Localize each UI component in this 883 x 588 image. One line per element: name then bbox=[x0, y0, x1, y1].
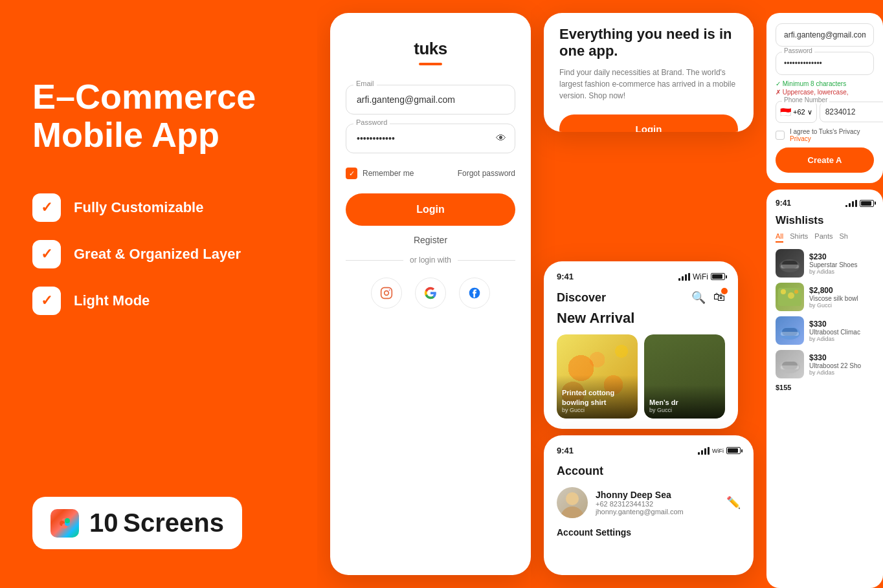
svg-point-17 bbox=[561, 506, 584, 518]
feature-label-2: Great & Organized Layer bbox=[74, 246, 241, 263]
email-input[interactable] bbox=[346, 85, 515, 114]
tab-shirts[interactable]: Shirts bbox=[790, 232, 808, 243]
eye-icon[interactable]: 👁 bbox=[496, 133, 506, 144]
figma-icon bbox=[50, 509, 79, 538]
hint-case: ✗ Uppercase, lowercase, bbox=[776, 89, 874, 96]
account-battery-icon bbox=[726, 447, 741, 454]
register-link[interactable]: Register bbox=[414, 235, 447, 245]
remember-row: ✓ Remember me Forgot password bbox=[346, 168, 515, 179]
facebook-login-button[interactable] bbox=[459, 278, 490, 309]
header-icons: 🔍 🛍 bbox=[691, 290, 725, 305]
forgot-password-link[interactable]: Forgot password bbox=[458, 169, 515, 178]
wish-name-2: Viscose silk bowl bbox=[809, 295, 858, 302]
product-grid: Printed cottong bowling shirt by Gucci M… bbox=[557, 334, 725, 419]
account-screen-card: 9:41 WiFi Account bbox=[544, 435, 754, 575]
divider-left bbox=[346, 260, 403, 261]
svg-rect-31 bbox=[781, 365, 799, 369]
google-login-button[interactable] bbox=[415, 278, 446, 309]
svg-point-6 bbox=[385, 291, 389, 296]
wish-thumb-1 bbox=[776, 249, 804, 278]
discover-screen-card: 9:41 WiFi Discover 🔍 bbox=[544, 261, 738, 429]
register-email-input[interactable] bbox=[776, 23, 874, 47]
remember-left: ✓ Remember me bbox=[346, 168, 414, 179]
shirt-brand: by Gucci bbox=[562, 407, 632, 413]
check-badge-2: ✓ bbox=[32, 240, 61, 268]
feature-item-1: ✓ Fully Customizable bbox=[32, 193, 285, 222]
svg-point-18 bbox=[566, 492, 579, 505]
logo-underline bbox=[419, 63, 442, 65]
wish-info-1: $230 Superstar Shoes by Adidas bbox=[809, 252, 858, 275]
status-bar-discover: 9:41 WiFi bbox=[557, 272, 725, 281]
avatar bbox=[557, 487, 588, 518]
svg-rect-21 bbox=[781, 265, 799, 268]
wishlist-tabs: All Shirts Pants Sh bbox=[776, 232, 874, 243]
product-card-shirt[interactable]: Printed cottong bowling shirt by Gucci bbox=[557, 334, 638, 419]
account-signal-icon bbox=[698, 447, 710, 455]
cart-icon-wrap[interactable]: 🛍 bbox=[713, 290, 725, 305]
features-list: ✓ Fully Customizable ✓ Great & Organized… bbox=[32, 193, 285, 315]
password-input[interactable] bbox=[346, 124, 515, 153]
middle-column: Everything you need is in one app. Find … bbox=[531, 0, 766, 588]
wishlist-item-3: $330 Ultraboost Climac by Adidas bbox=[776, 316, 874, 345]
svg-point-25 bbox=[794, 290, 798, 294]
agree-text: I agree to Tuks's Privacy Privacy bbox=[790, 128, 874, 142]
password-hints: ✓ Minimum 8 characters ✗ Uppercase, lowe… bbox=[776, 80, 874, 96]
password-label: Password bbox=[353, 118, 390, 126]
divider-row: or login with bbox=[346, 256, 515, 265]
bottom-badge: 10 Screens bbox=[32, 497, 242, 549]
wish-thumb-2 bbox=[776, 283, 804, 311]
register-password-input[interactable] bbox=[776, 52, 874, 75]
wishlist-screen-card: 9:41 Wishlists All Shirts Pan bbox=[766, 190, 883, 588]
search-icon[interactable]: 🔍 bbox=[691, 290, 706, 305]
fashion-content: Everything you need is in one app. Find … bbox=[544, 13, 754, 132]
tab-sh[interactable]: Sh bbox=[840, 232, 848, 243]
wishlist-battery bbox=[860, 200, 874, 207]
flag-emoji: 🇮🇩 bbox=[780, 107, 791, 117]
screens-text: 10 Screens bbox=[89, 508, 224, 538]
create-account-button[interactable]: Create A bbox=[776, 147, 874, 173]
fashion-description: Find your daily necessities at Brand. Th… bbox=[559, 67, 738, 102]
agree-checkbox[interactable] bbox=[776, 131, 785, 140]
wishlist-item-2: $2,800 Viscose silk bowl by Gucci bbox=[776, 283, 874, 311]
wishlist-title: Wishlists bbox=[776, 214, 874, 227]
tab-pants[interactable]: Pants bbox=[814, 232, 833, 243]
remember-checkbox[interactable]: ✓ bbox=[346, 168, 357, 179]
shirt-overlay: Printed cottong bowling shirt by Gucci bbox=[557, 375, 638, 419]
account-profile: Jhonny Deep Sea +62 82312344132 jhonny.g… bbox=[557, 487, 741, 518]
register-password-group: Password bbox=[776, 52, 874, 75]
wishlist-signal bbox=[845, 199, 857, 207]
phone-number-input[interactable] bbox=[820, 102, 883, 122]
fashion-login-button[interactable]: Login bbox=[559, 114, 738, 132]
social-row bbox=[371, 278, 490, 309]
shirt-name: Printed cottong bowling shirt bbox=[562, 388, 632, 407]
instagram-login-button[interactable] bbox=[371, 278, 402, 309]
email-label: Email bbox=[353, 80, 377, 87]
wish-info-2: $2,800 Viscose silk bowl by Gucci bbox=[809, 286, 858, 309]
feature-item-3: ✓ Light Mode bbox=[32, 287, 285, 315]
profile-text: Jhonny Deep Sea +62 82312344132 jhonny.g… bbox=[596, 490, 684, 516]
phone-input-row: 🇮🇩 +62 ∨ bbox=[776, 101, 874, 123]
account-wifi-icon: WiFi bbox=[712, 448, 724, 454]
edit-profile-icon[interactable]: ✏️ bbox=[726, 495, 741, 510]
discover-title: Discover bbox=[557, 291, 606, 305]
new-arrival-title: New Arrival bbox=[557, 310, 725, 327]
register-screen-card: Password ✓ Minimum 8 characters ✗ Upperc… bbox=[766, 13, 883, 183]
login-button[interactable]: Login bbox=[346, 193, 515, 226]
tab-all[interactable]: All bbox=[776, 232, 783, 243]
phone-number-label: Phone Number bbox=[782, 96, 829, 103]
wish-thumb-4 bbox=[776, 350, 804, 378]
fashion-headline: Everything you need is in one app. bbox=[559, 26, 738, 60]
svg-point-4 bbox=[65, 518, 70, 523]
agree-row: I agree to Tuks's Privacy Privacy bbox=[776, 128, 874, 142]
phone-flag-selector[interactable]: 🇮🇩 +62 ∨ bbox=[776, 101, 817, 123]
discover-time: 9:41 bbox=[557, 272, 574, 281]
status-icons: WiFi bbox=[678, 272, 725, 281]
remember-label: Remember me bbox=[363, 169, 414, 178]
signal-icon bbox=[678, 273, 690, 281]
svg-rect-5 bbox=[381, 288, 392, 299]
privacy-link[interactable]: Privacy bbox=[790, 135, 811, 142]
wish-brand-1: by Adidas bbox=[809, 268, 858, 275]
account-settings-label: Account Settings bbox=[557, 527, 741, 538]
battery-icon bbox=[711, 273, 725, 280]
product-card-mens[interactable]: Men's dr by Gucci bbox=[644, 334, 725, 419]
